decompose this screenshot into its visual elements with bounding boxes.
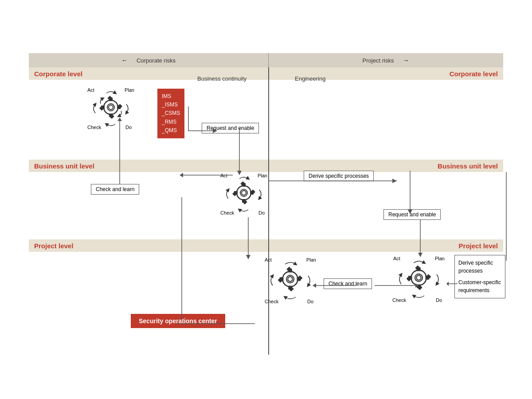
- ims-line-3: _CSMS: [162, 109, 180, 117]
- main-diagram: ← Corporate risks Project risks → Corpor…: [29, 53, 503, 355]
- corporate-band: Corporate level Corporate level: [29, 67, 503, 80]
- corporate-gear-group: Act Plan Check Do: [86, 86, 135, 131]
- project-risks-label: Project risks: [363, 57, 394, 64]
- svg-marker-62: [415, 283, 419, 288]
- corporate-risks-label: Corporate risks: [137, 57, 176, 64]
- corporate-risks: ← Corporate risks: [29, 57, 268, 64]
- svg-marker-30: [392, 179, 397, 183]
- project-risks: Project risks →: [268, 57, 503, 64]
- corporate-label-right: Corporate level: [450, 70, 498, 78]
- svg-marker-32: [180, 173, 183, 177]
- project-gear-left-group: Act Plan Check Do: [264, 256, 317, 305]
- check-learn-box-1: Check and learn: [91, 184, 139, 195]
- project-label-left: Project level: [34, 242, 73, 250]
- project-gear-left-arrows: [264, 256, 317, 305]
- ims-line-1: IMS: [162, 92, 180, 101]
- svg-marker-13: [117, 117, 122, 121]
- svg-marker-58: [418, 253, 422, 257]
- project-gear-right-group: Act Plan Check Do: [392, 255, 446, 304]
- request2-to-proj-arrow: [414, 219, 427, 259]
- left-vertical-line: [177, 197, 186, 321]
- engineering-label: Engineering: [295, 75, 325, 82]
- biz-to-proj-arrow: [242, 217, 255, 262]
- bottom-horizontal-line: [177, 319, 257, 328]
- ims-line-4: _RMS: [162, 118, 180, 126]
- risk-bar: ← Corporate risks Project risks →: [29, 53, 503, 67]
- check-learn-arrows: [313, 281, 419, 290]
- business-band: Business unit level Business unit level: [29, 160, 503, 172]
- up-arrow-to-checklearn: [115, 117, 124, 184]
- ims-line-2: _ISMS: [162, 101, 180, 109]
- check-learn-1-text: Check and learn: [96, 186, 134, 192]
- svg-marker-28: [408, 210, 412, 214]
- derive-specific-text: Derive specific processes: [458, 259, 501, 275]
- arrow-right-icon: →: [403, 57, 409, 64]
- derive-horizontal-line: [268, 176, 410, 185]
- svg-marker-60: [313, 283, 316, 288]
- corporate-label-left: Corporate level: [34, 70, 82, 78]
- biz-gear-to-check-learn: [180, 168, 246, 182]
- corporate-gear-arrows: [86, 86, 135, 131]
- business-label-left: Business unit level: [34, 162, 94, 170]
- ims-line-5: _QMS: [162, 126, 180, 135]
- project-gear-right-arrows: [392, 255, 446, 304]
- ims-to-request-arrow: [180, 80, 233, 133]
- project-band: Project level Project level: [29, 239, 503, 252]
- svg-marker-11: [213, 129, 217, 133]
- center-divider: [268, 67, 269, 355]
- project-label-right: Project level: [459, 242, 498, 250]
- right-vertical-line: [502, 172, 511, 261]
- svg-marker-56: [246, 255, 250, 259]
- derive-to-proj-arrow: [446, 279, 460, 288]
- derive-box-right: Derive specific processes Customer-speci…: [454, 255, 505, 298]
- business-label-right: Business unit level: [438, 162, 498, 170]
- svg-marker-64: [446, 282, 449, 286]
- arrow-left-icon: ←: [121, 57, 128, 64]
- customer-specific-text: Customer-specific requirements: [458, 278, 501, 294]
